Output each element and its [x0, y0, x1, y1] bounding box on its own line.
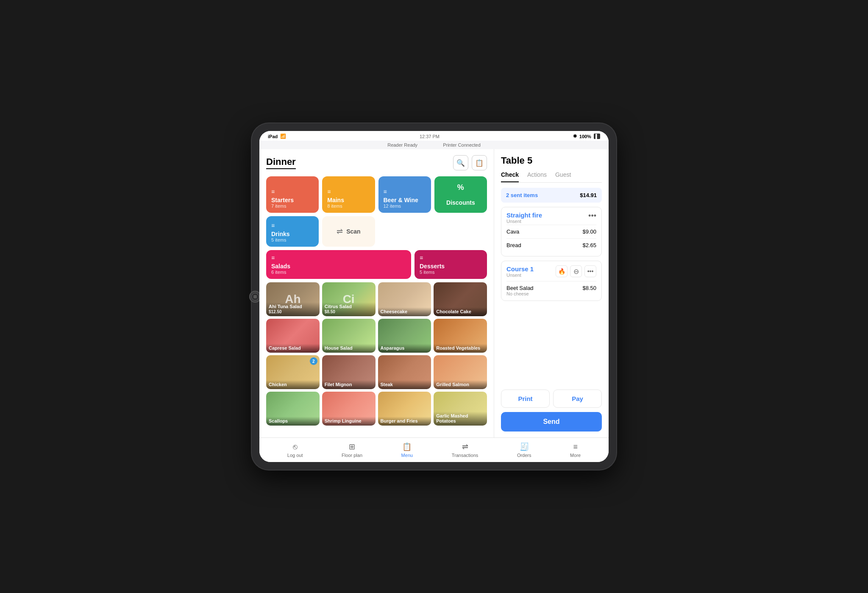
- nav-floorplan[interactable]: ⊞ Floor plan: [342, 442, 362, 458]
- menu-icon: 📋: [402, 442, 412, 451]
- category-spacer: [378, 216, 487, 247]
- group-straight-fire: Straight fire Unsent ••• Cava $9.00 Brea…: [501, 207, 602, 256]
- scan-label: Scan: [346, 228, 360, 235]
- item-roasted-veg[interactable]: Roasted Vegetables: [434, 319, 487, 353]
- nav-logout[interactable]: ⎋ Log out: [287, 443, 303, 458]
- mains-count: 8 items: [327, 203, 370, 209]
- item-chicken[interactable]: 2 Chicken: [266, 355, 320, 389]
- nav-menu[interactable]: 📋 Menu: [401, 442, 413, 458]
- floorplan-label: Floor plan: [342, 453, 362, 458]
- tab-actions[interactable]: Actions: [527, 171, 547, 182]
- mains-icon: ≡: [327, 188, 370, 195]
- cava-name: Cava: [506, 228, 519, 235]
- drinks-count: 5 items: [271, 237, 314, 242]
- tab-bar: Check Actions Guest: [501, 171, 602, 183]
- category-row-3: ≡ Salads 6 items ≡ Desserts 5 items: [266, 250, 487, 279]
- category-row-2: ≡ Drinks 5 items ⇌ Scan: [266, 216, 487, 247]
- nav-more[interactable]: ≡ More: [570, 443, 581, 458]
- clipboard-button[interactable]: 📋: [472, 155, 487, 170]
- item-asparagus[interactable]: Asparagus: [378, 319, 431, 353]
- shrimp-label: Shrimp Linguine: [322, 417, 376, 426]
- check-item-bread[interactable]: Bread $2.65: [506, 238, 596, 252]
- item-filet-mignon[interactable]: Filet Mignon: [322, 355, 376, 389]
- item-grilled-salmon[interactable]: Grilled Salmon: [434, 355, 487, 389]
- status-bar: iPad 📶 12:37 PM ✱ 100% ▌: [259, 131, 609, 141]
- minus-button[interactable]: ⊖: [570, 265, 582, 277]
- check-item-cava[interactable]: Cava $9.00: [506, 225, 596, 238]
- bluetooth-icon: ✱: [573, 134, 577, 139]
- discounts-percent-icon: %: [457, 183, 464, 192]
- nav-transactions[interactable]: ⇌ Transactions: [452, 442, 479, 458]
- orders-label: Orders: [517, 453, 531, 458]
- item-cheesecake[interactable]: Cheesecake: [378, 282, 431, 316]
- nav-orders[interactable]: 🧾 Orders: [517, 442, 531, 458]
- item-scallops[interactable]: Scallops: [266, 392, 320, 426]
- battery-label: 100%: [579, 134, 591, 139]
- logout-icon: ⎋: [293, 443, 298, 451]
- course-1-section: Course 1 Unsent 🔥 ⊖ ••• Beet Sala: [501, 261, 602, 301]
- category-drinks[interactable]: ≡ Drinks 5 items: [266, 216, 319, 247]
- scallops-label: Scallops: [266, 417, 320, 426]
- fire-button[interactable]: 🔥: [556, 265, 568, 277]
- item-steak[interactable]: Steak: [378, 355, 431, 389]
- item-chocolate-cake[interactable]: Chocolate Cake: [434, 282, 487, 316]
- category-scan[interactable]: ⇌ Scan: [322, 216, 375, 247]
- orders-icon: 🧾: [520, 442, 529, 451]
- sent-items-bar[interactable]: 2 sent items $14.91: [501, 188, 602, 203]
- left-header: Dinner 🔍 📋: [266, 155, 487, 170]
- group-more-button[interactable]: •••: [588, 212, 596, 220]
- chocolate-cake-label: Chocolate Cake: [434, 307, 487, 316]
- battery-icon: ▌: [594, 134, 600, 139]
- pay-button[interactable]: Pay: [553, 390, 602, 408]
- tab-check[interactable]: Check: [501, 171, 519, 182]
- roasted-veg-label: Roasted Vegetables: [434, 344, 487, 353]
- drinks-icon: ≡: [271, 222, 314, 229]
- item-citrus-salad[interactable]: Ci Citrus Salad$8.50: [322, 282, 376, 316]
- status-left: iPad 📶: [268, 134, 286, 139]
- item-house-salad[interactable]: House Salad: [322, 319, 376, 353]
- more-label: More: [570, 453, 581, 458]
- item-garlic-mash[interactable]: Garlic Mashed Potatoes: [434, 392, 487, 426]
- cheesecake-label: Cheesecake: [378, 307, 431, 316]
- chicken-badge: 2: [310, 357, 317, 365]
- bottom-nav: ⎋ Log out ⊞ Floor plan 📋 Menu ⇌ Transact…: [259, 437, 609, 462]
- item-ahi-tuna[interactable]: Ah Ahi Tuna Salad$12.50: [266, 282, 320, 316]
- header-icons: 🔍 📋: [453, 155, 487, 170]
- send-button[interactable]: Send: [501, 412, 602, 432]
- course-item-beet-salad[interactable]: Beet Salad No cheese $8.50: [506, 281, 596, 296]
- item-caprese[interactable]: Caprese Salad: [266, 319, 320, 353]
- category-salads[interactable]: ≡ Salads 6 items: [266, 250, 411, 279]
- printer-status: Printer Connected: [443, 142, 481, 148]
- item-burger-fries[interactable]: Burger and Fries: [378, 392, 431, 426]
- sent-items-amount: $14.91: [580, 192, 597, 198]
- course-1-actions: 🔥 ⊖ •••: [556, 265, 596, 277]
- starters-count: 7 items: [271, 203, 314, 209]
- asparagus-label: Asparagus: [378, 344, 431, 353]
- beer-label: Beer & Wine: [384, 197, 426, 203]
- reader-bar: Reader Ready Printer Connected: [259, 141, 609, 149]
- category-starters[interactable]: ≡ Starters 7 items: [266, 176, 319, 213]
- print-button[interactable]: Print: [501, 390, 550, 408]
- beer-icon: ≡: [384, 188, 426, 195]
- category-mains[interactable]: ≡ Mains 8 items: [322, 176, 375, 213]
- category-beer-wine[interactable]: ≡ Beer & Wine 12 items: [378, 176, 431, 213]
- item-shrimp-linguine[interactable]: Shrimp Linguine: [322, 392, 376, 426]
- course-more-button[interactable]: •••: [584, 265, 596, 277]
- salads-label: Salads: [271, 263, 406, 270]
- beet-salad-note: No cheese: [506, 291, 534, 296]
- bottom-actions: Print Pay: [501, 390, 602, 408]
- tab-guest[interactable]: Guest: [555, 171, 571, 182]
- logout-label: Log out: [287, 453, 303, 458]
- carrier-label: iPad: [268, 134, 278, 139]
- sent-items-label: 2 sent items: [506, 192, 538, 198]
- category-desserts[interactable]: ≡ Desserts 5 items: [415, 250, 487, 279]
- search-button[interactable]: 🔍: [453, 155, 468, 170]
- status-right: ✱ 100% ▌: [573, 134, 600, 139]
- beet-salad-price: $8.50: [582, 285, 596, 296]
- ipad-shell: iPad 📶 12:37 PM ✱ 100% ▌ Reader Ready Pr…: [252, 123, 616, 470]
- cava-price: $9.00: [582, 228, 596, 235]
- more-icon: ≡: [573, 443, 578, 451]
- bread-price: $2.65: [582, 242, 596, 248]
- category-discounts[interactable]: % Discounts: [434, 176, 487, 213]
- check-content: 2 sent items $14.91 Straight fire Unsent…: [501, 188, 602, 390]
